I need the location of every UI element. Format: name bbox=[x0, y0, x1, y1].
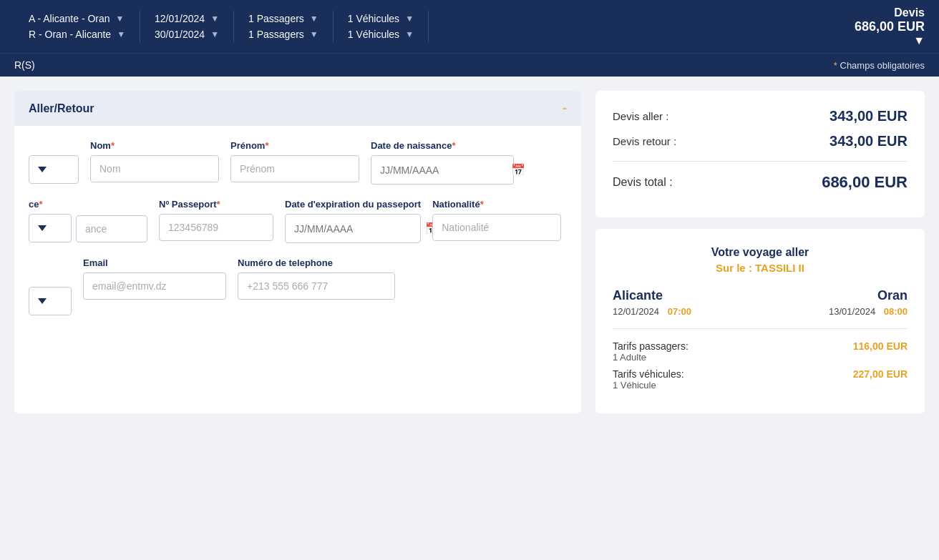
form-row-2: ce* Nº Passeport* bbox=[29, 199, 567, 243]
chevron-down-icon: ▼ bbox=[913, 34, 925, 47]
collapse-button[interactable]: - bbox=[563, 101, 567, 116]
voyage-title: Votre voyage aller bbox=[613, 246, 908, 259]
dropdown-arrow-icon bbox=[38, 167, 47, 172]
dropdown-arrow-icon bbox=[38, 298, 47, 304]
phone-group: Numéro de telephone bbox=[238, 257, 395, 300]
passagers-aller: 1 Passagers bbox=[248, 13, 304, 24]
ship-name: TASSILI II bbox=[755, 262, 804, 274]
passport-exp-label: Date d'expiration du passeport bbox=[285, 199, 421, 210]
lieu-group: ce* bbox=[29, 199, 147, 242]
arrival-city: Oran bbox=[829, 288, 908, 303]
email-group: Email bbox=[83, 257, 226, 300]
passport-exp-group: Date d'expiration du passeport 📅 bbox=[285, 199, 421, 243]
price-divider bbox=[613, 161, 908, 162]
passagers-retour: 1 Passagers bbox=[248, 29, 304, 40]
vehicules-segment[interactable]: 1 Véhicules ▼ 1 Véhicules ▼ bbox=[334, 11, 429, 42]
date-retour: 30/01/2024 bbox=[155, 29, 205, 40]
type-label bbox=[29, 140, 79, 151]
departure-city: Alicante bbox=[613, 288, 691, 303]
retour-value: 343,00 EUR bbox=[829, 133, 908, 149]
ddn-label: Date de naissance* bbox=[371, 140, 514, 151]
lieu-label: ce* bbox=[29, 199, 147, 210]
tarif-passagers-sub: 1 Adulte bbox=[613, 352, 689, 363]
price-total-row: Devis total : 686,00 EUR bbox=[613, 173, 908, 192]
phone-country-group bbox=[29, 257, 72, 315]
voyage-card: Votre voyage aller Sur le : TASSILI II A… bbox=[595, 229, 925, 413]
section-label: R(S) bbox=[14, 59, 35, 71]
phone-country-dropdown[interactable] bbox=[29, 287, 72, 315]
devis-amount: 686,00 EUR bbox=[855, 19, 925, 34]
chevron-down-icon: ▼ bbox=[116, 14, 125, 24]
calendar-icon: 📅 bbox=[511, 163, 525, 177]
arrival-date: 13/01/2024 08:00 bbox=[829, 306, 908, 317]
arrival-time: 08:00 bbox=[884, 306, 908, 317]
form-section-title: Aller/Retour bbox=[29, 102, 94, 115]
chevron-down-icon: ▼ bbox=[210, 14, 219, 24]
voyage-route: Alicante 12/01/2024 07:00 Oran 13/01/202… bbox=[613, 288, 908, 317]
main-layout: Aller/Retour - Nom* bbox=[0, 77, 939, 428]
tarif-vehicules-row: Tarifs véhicules: 1 Véhicule 227,00 EUR bbox=[613, 368, 908, 390]
sub-header: R(S) * Champs obligatoires bbox=[0, 54, 939, 77]
route-r-label: R - Oran - Alicante bbox=[29, 29, 111, 40]
tarif-passagers-row: Tarifs passagers: 1 Adulte 116,00 EUR bbox=[613, 340, 908, 363]
chevron-down-icon: ▼ bbox=[310, 14, 318, 24]
nationalite-input[interactable] bbox=[432, 214, 561, 241]
price-retour-row: Devis retour : 343,00 EUR bbox=[613, 133, 908, 149]
chevron-down-icon: ▼ bbox=[117, 29, 125, 39]
tarif-vehicules-sub: 1 Véhicule bbox=[613, 380, 684, 390]
form-section-header: Aller/Retour - bbox=[14, 91, 581, 126]
vehicules-retour: 1 Véhicules bbox=[348, 29, 399, 40]
nom-label: Nom* bbox=[90, 140, 219, 151]
sidebar: Devis aller : 343,00 EUR Devis retour : … bbox=[595, 91, 925, 413]
nationalite-group: Nationalité* bbox=[432, 199, 561, 241]
aller-value: 343,00 EUR bbox=[829, 108, 908, 124]
arrival-info: Oran 13/01/2024 08:00 bbox=[829, 288, 908, 317]
tarif-passagers-info: Tarifs passagers: 1 Adulte bbox=[613, 340, 689, 363]
departure-time: 07:00 bbox=[668, 306, 691, 317]
passport-exp-input[interactable] bbox=[294, 223, 419, 235]
nationalite-label: Nationalité* bbox=[432, 199, 561, 210]
lieu-dropdown[interactable] bbox=[29, 214, 72, 242]
prenom-label: Prénom* bbox=[230, 140, 359, 151]
passport-group: Nº Passeport* bbox=[159, 199, 273, 241]
tarif-vehicules-info: Tarifs véhicules: 1 Véhicule bbox=[613, 368, 684, 390]
ddn-group: Date de naissance* 📅 bbox=[371, 140, 514, 185]
retour-label: Devis retour : bbox=[613, 135, 676, 147]
email-input[interactable] bbox=[83, 272, 226, 300]
departure-info: Alicante 12/01/2024 07:00 bbox=[613, 288, 691, 317]
total-value: 686,00 EUR bbox=[822, 173, 908, 192]
lieu-input[interactable] bbox=[76, 215, 147, 242]
price-card: Devis aller : 343,00 EUR Devis retour : … bbox=[595, 91, 925, 217]
route-divider bbox=[613, 328, 908, 329]
ddn-input[interactable] bbox=[380, 164, 505, 176]
phone-label: Numéro de telephone bbox=[238, 257, 395, 268]
passagers-segment[interactable]: 1 Passagers ▼ 1 Passagers ▼ bbox=[234, 11, 334, 42]
chevron-down-icon: ▼ bbox=[405, 29, 414, 39]
devis-label: Devis bbox=[894, 6, 925, 19]
route-segment[interactable]: A - Alicante - Oran ▼ R - Oran - Alicant… bbox=[14, 11, 140, 42]
passport-input[interactable] bbox=[159, 214, 273, 241]
chevron-down-icon: ▼ bbox=[310, 29, 318, 39]
required-note: * Champs obligatoires bbox=[834, 60, 925, 71]
email-label: Email bbox=[83, 257, 226, 268]
ddn-input-date[interactable]: 📅 bbox=[371, 155, 514, 185]
type-dropdown[interactable] bbox=[29, 155, 79, 184]
total-label: Devis total : bbox=[613, 176, 673, 189]
dropdown-arrow-icon bbox=[38, 225, 47, 231]
date-aller: 12/01/2024 bbox=[155, 13, 205, 24]
voyage-ship: Sur le : TASSILI II bbox=[613, 262, 908, 274]
aller-label: Devis aller : bbox=[613, 110, 668, 122]
dates-segment[interactable]: 12/01/2024 ▼ 30/01/2024 ▼ bbox=[140, 11, 234, 42]
tarif-vehicules-label: Tarifs véhicules: bbox=[613, 368, 684, 380]
nom-group: Nom* bbox=[90, 140, 219, 182]
prenom-input[interactable] bbox=[230, 155, 359, 182]
form-body: Nom* Prénom* Date de naissance* bbox=[14, 126, 581, 344]
devis-header: Devis 686,00 EUR ▼ bbox=[840, 6, 925, 47]
nom-input[interactable] bbox=[90, 155, 219, 182]
phone-input[interactable] bbox=[238, 272, 395, 300]
prenom-group: Prénom* bbox=[230, 140, 359, 182]
chevron-down-icon: ▼ bbox=[210, 29, 219, 39]
tarif-passagers-amount: 116,00 EUR bbox=[853, 340, 908, 352]
passport-exp-date[interactable]: 📅 bbox=[285, 214, 421, 243]
type-group bbox=[29, 140, 79, 184]
